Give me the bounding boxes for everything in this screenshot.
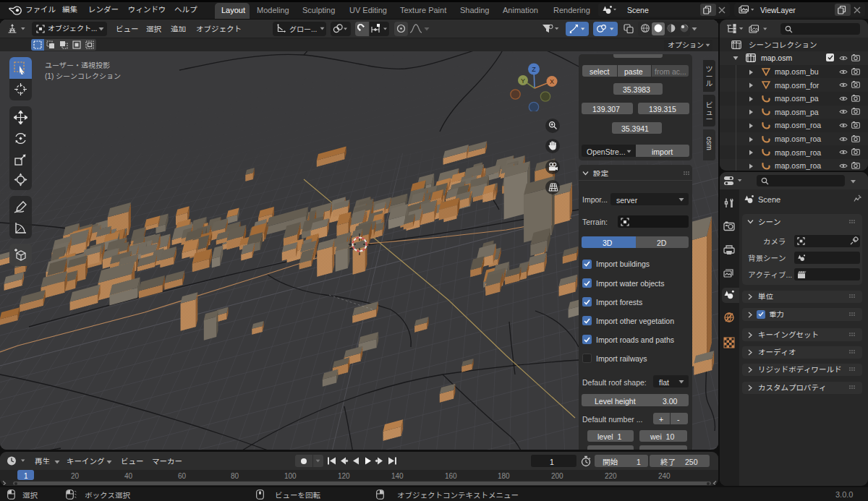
svg-text:Z: Z [532,66,536,73]
svg-text:Y: Y [521,77,525,85]
svg-text:X: X [550,78,554,85]
